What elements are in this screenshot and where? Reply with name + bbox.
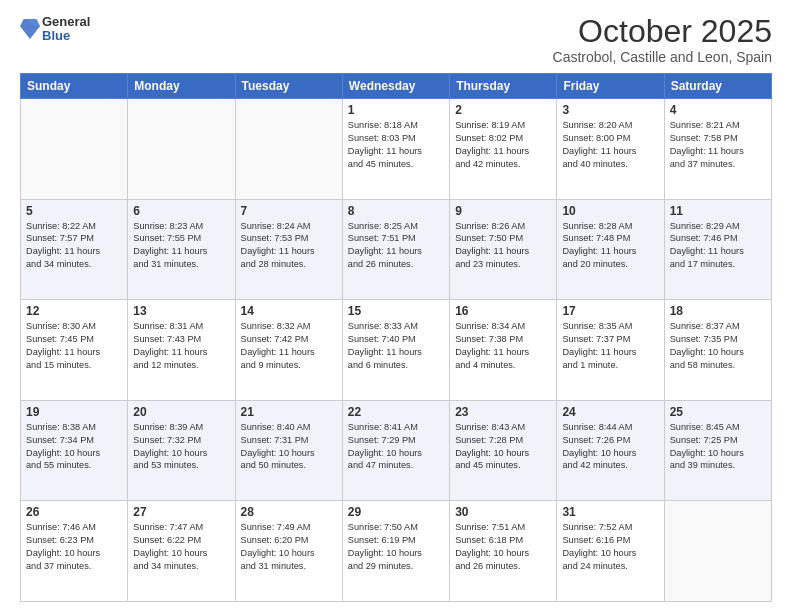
calendar-cell: 4Sunrise: 8:21 AMSunset: 7:58 PMDaylight…	[664, 99, 771, 200]
weekday-header-tuesday: Tuesday	[235, 74, 342, 99]
day-number: 14	[241, 304, 337, 318]
calendar-cell: 1Sunrise: 8:18 AMSunset: 8:03 PMDaylight…	[342, 99, 449, 200]
day-info: Sunrise: 7:46 AMSunset: 6:23 PMDaylight:…	[26, 521, 122, 573]
day-number: 17	[562, 304, 658, 318]
day-number: 20	[133, 405, 229, 419]
day-number: 19	[26, 405, 122, 419]
day-info: Sunrise: 7:51 AMSunset: 6:18 PMDaylight:…	[455, 521, 551, 573]
calendar-cell: 24Sunrise: 8:44 AMSunset: 7:26 PMDayligh…	[557, 400, 664, 501]
day-number: 25	[670, 405, 766, 419]
calendar-cell: 26Sunrise: 7:46 AMSunset: 6:23 PMDayligh…	[21, 501, 128, 602]
day-number: 2	[455, 103, 551, 117]
calendar-cell	[664, 501, 771, 602]
calendar-cell: 6Sunrise: 8:23 AMSunset: 7:55 PMDaylight…	[128, 199, 235, 300]
weekday-header-thursday: Thursday	[450, 74, 557, 99]
day-info: Sunrise: 8:33 AMSunset: 7:40 PMDaylight:…	[348, 320, 444, 372]
calendar-cell: 5Sunrise: 8:22 AMSunset: 7:57 PMDaylight…	[21, 199, 128, 300]
day-number: 15	[348, 304, 444, 318]
location: Castrobol, Castille and Leon, Spain	[553, 49, 772, 65]
calendar-cell: 22Sunrise: 8:41 AMSunset: 7:29 PMDayligh…	[342, 400, 449, 501]
day-info: Sunrise: 8:24 AMSunset: 7:53 PMDaylight:…	[241, 220, 337, 272]
logo-general-text: General	[42, 15, 90, 29]
calendar-cell: 13Sunrise: 8:31 AMSunset: 7:43 PMDayligh…	[128, 300, 235, 401]
weekday-header-friday: Friday	[557, 74, 664, 99]
month-title: October 2025	[553, 15, 772, 47]
calendar-cell: 25Sunrise: 8:45 AMSunset: 7:25 PMDayligh…	[664, 400, 771, 501]
calendar-cell: 23Sunrise: 8:43 AMSunset: 7:28 PMDayligh…	[450, 400, 557, 501]
day-number: 1	[348, 103, 444, 117]
logo-icon	[20, 17, 40, 41]
calendar-cell: 18Sunrise: 8:37 AMSunset: 7:35 PMDayligh…	[664, 300, 771, 401]
calendar-cell: 29Sunrise: 7:50 AMSunset: 6:19 PMDayligh…	[342, 501, 449, 602]
day-number: 21	[241, 405, 337, 419]
day-info: Sunrise: 8:18 AMSunset: 8:03 PMDaylight:…	[348, 119, 444, 171]
calendar-cell	[21, 99, 128, 200]
calendar-cell: 16Sunrise: 8:34 AMSunset: 7:38 PMDayligh…	[450, 300, 557, 401]
day-number: 10	[562, 204, 658, 218]
day-info: Sunrise: 8:32 AMSunset: 7:42 PMDaylight:…	[241, 320, 337, 372]
day-number: 6	[133, 204, 229, 218]
calendar-cell: 15Sunrise: 8:33 AMSunset: 7:40 PMDayligh…	[342, 300, 449, 401]
day-info: Sunrise: 8:19 AMSunset: 8:02 PMDaylight:…	[455, 119, 551, 171]
day-info: Sunrise: 8:20 AMSunset: 8:00 PMDaylight:…	[562, 119, 658, 171]
day-number: 11	[670, 204, 766, 218]
logo: General Blue	[20, 15, 90, 44]
calendar-row-4: 19Sunrise: 8:38 AMSunset: 7:34 PMDayligh…	[21, 400, 772, 501]
day-info: Sunrise: 7:50 AMSunset: 6:19 PMDaylight:…	[348, 521, 444, 573]
calendar-cell: 2Sunrise: 8:19 AMSunset: 8:02 PMDaylight…	[450, 99, 557, 200]
calendar-cell: 3Sunrise: 8:20 AMSunset: 8:00 PMDaylight…	[557, 99, 664, 200]
day-number: 5	[26, 204, 122, 218]
day-number: 3	[562, 103, 658, 117]
day-number: 12	[26, 304, 122, 318]
day-info: Sunrise: 8:34 AMSunset: 7:38 PMDaylight:…	[455, 320, 551, 372]
day-info: Sunrise: 8:31 AMSunset: 7:43 PMDaylight:…	[133, 320, 229, 372]
day-info: Sunrise: 8:43 AMSunset: 7:28 PMDaylight:…	[455, 421, 551, 473]
calendar-cell: 12Sunrise: 8:30 AMSunset: 7:45 PMDayligh…	[21, 300, 128, 401]
calendar-cell: 8Sunrise: 8:25 AMSunset: 7:51 PMDaylight…	[342, 199, 449, 300]
header-right: October 2025 Castrobol, Castille and Leo…	[553, 15, 772, 65]
day-info: Sunrise: 8:25 AMSunset: 7:51 PMDaylight:…	[348, 220, 444, 272]
weekday-header-wednesday: Wednesday	[342, 74, 449, 99]
calendar-cell: 17Sunrise: 8:35 AMSunset: 7:37 PMDayligh…	[557, 300, 664, 401]
calendar-cell: 14Sunrise: 8:32 AMSunset: 7:42 PMDayligh…	[235, 300, 342, 401]
day-info: Sunrise: 8:23 AMSunset: 7:55 PMDaylight:…	[133, 220, 229, 272]
calendar-cell	[235, 99, 342, 200]
day-info: Sunrise: 8:45 AMSunset: 7:25 PMDaylight:…	[670, 421, 766, 473]
day-number: 9	[455, 204, 551, 218]
header: General Blue October 2025 Castrobol, Cas…	[20, 15, 772, 65]
day-info: Sunrise: 8:40 AMSunset: 7:31 PMDaylight:…	[241, 421, 337, 473]
day-info: Sunrise: 7:47 AMSunset: 6:22 PMDaylight:…	[133, 521, 229, 573]
calendar-cell: 21Sunrise: 8:40 AMSunset: 7:31 PMDayligh…	[235, 400, 342, 501]
day-info: Sunrise: 8:29 AMSunset: 7:46 PMDaylight:…	[670, 220, 766, 272]
calendar-row-2: 5Sunrise: 8:22 AMSunset: 7:57 PMDaylight…	[21, 199, 772, 300]
calendar-cell: 7Sunrise: 8:24 AMSunset: 7:53 PMDaylight…	[235, 199, 342, 300]
calendar-cell: 10Sunrise: 8:28 AMSunset: 7:48 PMDayligh…	[557, 199, 664, 300]
day-number: 18	[670, 304, 766, 318]
day-number: 7	[241, 204, 337, 218]
calendar-cell	[128, 99, 235, 200]
day-number: 13	[133, 304, 229, 318]
day-number: 8	[348, 204, 444, 218]
day-info: Sunrise: 8:44 AMSunset: 7:26 PMDaylight:…	[562, 421, 658, 473]
day-info: Sunrise: 8:38 AMSunset: 7:34 PMDaylight:…	[26, 421, 122, 473]
calendar-cell: 20Sunrise: 8:39 AMSunset: 7:32 PMDayligh…	[128, 400, 235, 501]
day-number: 23	[455, 405, 551, 419]
calendar-cell: 19Sunrise: 8:38 AMSunset: 7:34 PMDayligh…	[21, 400, 128, 501]
day-info: Sunrise: 8:37 AMSunset: 7:35 PMDaylight:…	[670, 320, 766, 372]
day-number: 24	[562, 405, 658, 419]
calendar-cell: 9Sunrise: 8:26 AMSunset: 7:50 PMDaylight…	[450, 199, 557, 300]
day-number: 22	[348, 405, 444, 419]
weekday-header-monday: Monday	[128, 74, 235, 99]
calendar-cell: 31Sunrise: 7:52 AMSunset: 6:16 PMDayligh…	[557, 501, 664, 602]
weekday-header-sunday: Sunday	[21, 74, 128, 99]
day-info: Sunrise: 8:39 AMSunset: 7:32 PMDaylight:…	[133, 421, 229, 473]
day-info: Sunrise: 8:35 AMSunset: 7:37 PMDaylight:…	[562, 320, 658, 372]
day-number: 16	[455, 304, 551, 318]
day-number: 4	[670, 103, 766, 117]
day-info: Sunrise: 8:21 AMSunset: 7:58 PMDaylight:…	[670, 119, 766, 171]
day-number: 27	[133, 505, 229, 519]
day-info: Sunrise: 7:52 AMSunset: 6:16 PMDaylight:…	[562, 521, 658, 573]
day-info: Sunrise: 8:28 AMSunset: 7:48 PMDaylight:…	[562, 220, 658, 272]
calendar-cell: 27Sunrise: 7:47 AMSunset: 6:22 PMDayligh…	[128, 501, 235, 602]
day-number: 26	[26, 505, 122, 519]
